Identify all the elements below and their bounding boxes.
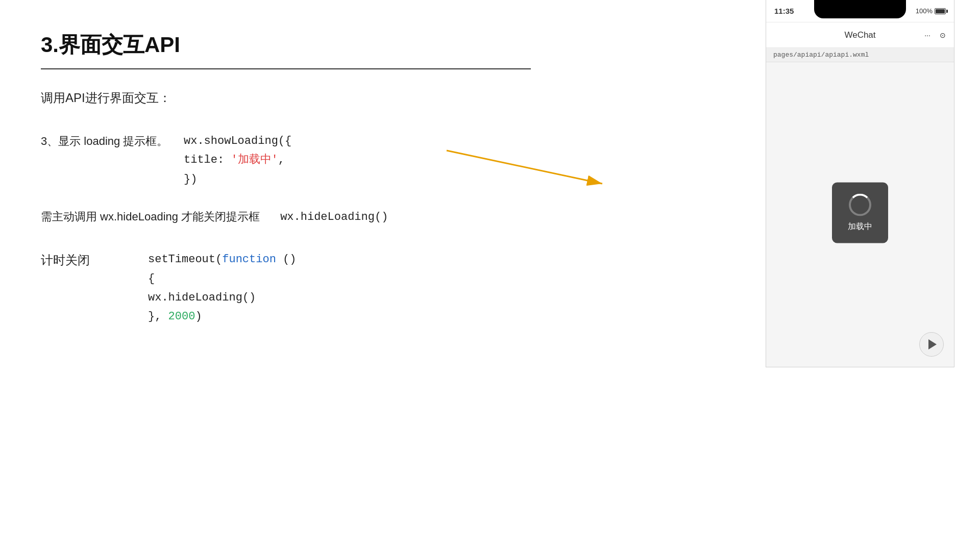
phone-time: 11:35 bbox=[774, 7, 794, 15]
code-line-2: title: '加载中', bbox=[184, 151, 291, 169]
section-show-loading: 3、显示 loading 提示框。 wx.showLoading({ title… bbox=[41, 132, 490, 189]
show-loading-row: 3、显示 loading 提示框。 wx.showLoading({ title… bbox=[41, 132, 490, 189]
timer-line-3: wx.hideLoading() bbox=[148, 288, 296, 307]
phone-notch bbox=[814, 0, 906, 18]
loading-text: 加载中 bbox=[848, 221, 872, 232]
hide-loading-code: wx.hideLoading() bbox=[280, 211, 388, 223]
hide-loading-description: 需主动调用 wx.hideLoading 才能关闭提示框 bbox=[41, 209, 260, 224]
play-button[interactable] bbox=[919, 332, 944, 357]
battery-fill bbox=[936, 9, 945, 13]
battery-icon bbox=[935, 8, 946, 14]
phone-simulator: 11:35 100% WeChat ··· ⊙ pages/apiapi/api… bbox=[766, 0, 954, 367]
timer-line-1: setTimeout(function () bbox=[148, 250, 296, 269]
phone-status-bar: 11:35 100% bbox=[766, 0, 954, 22]
show-loading-label: 3、显示 loading 提示框。 bbox=[41, 132, 184, 149]
timer-section: 计时关闭 setTimeout(function () { wx.hideLoa… bbox=[41, 250, 490, 327]
timer-code: setTimeout(function () { wx.hideLoading(… bbox=[148, 250, 296, 327]
main-content: 3.界面交互API 调用API进行界面交互： 3、显示 loading 提示框。… bbox=[0, 0, 531, 327]
battery-percent: 100% bbox=[916, 7, 933, 15]
timer-line-2: { bbox=[148, 269, 296, 288]
title-divider bbox=[41, 68, 531, 69]
page-title: 3.界面交互API bbox=[41, 31, 490, 59]
subtitle: 调用API进行界面交互： bbox=[41, 90, 490, 106]
loading-spinner bbox=[849, 193, 871, 216]
hide-loading-section: 需主动调用 wx.hideLoading 才能关闭提示框 wx.hideLoad… bbox=[41, 209, 490, 224]
timer-label: 计时关闭 bbox=[41, 250, 107, 268]
dots-icon[interactable]: ··· bbox=[922, 30, 933, 40]
phone-battery: 100% bbox=[916, 7, 946, 15]
timer-line-4: }, 2000) bbox=[148, 307, 296, 326]
code-line-1: wx.showLoading({ bbox=[184, 132, 291, 151]
phone-content: 加载中 bbox=[766, 62, 954, 363]
circle-icon[interactable]: ⊙ bbox=[938, 30, 948, 40]
phone-path: pages/apiapi/apiapi.wxml bbox=[766, 48, 954, 62]
code-line-3: }) bbox=[184, 170, 291, 189]
play-icon bbox=[928, 339, 937, 349]
show-loading-code: wx.showLoading({ title: '加载中', }) bbox=[184, 132, 291, 189]
phone-nav-title: WeChat bbox=[844, 30, 875, 40]
loading-overlay: 加载中 bbox=[832, 182, 888, 243]
phone-nav-bar: WeChat ··· ⊙ bbox=[766, 22, 954, 48]
phone-nav-icons: ··· ⊙ bbox=[922, 30, 948, 40]
